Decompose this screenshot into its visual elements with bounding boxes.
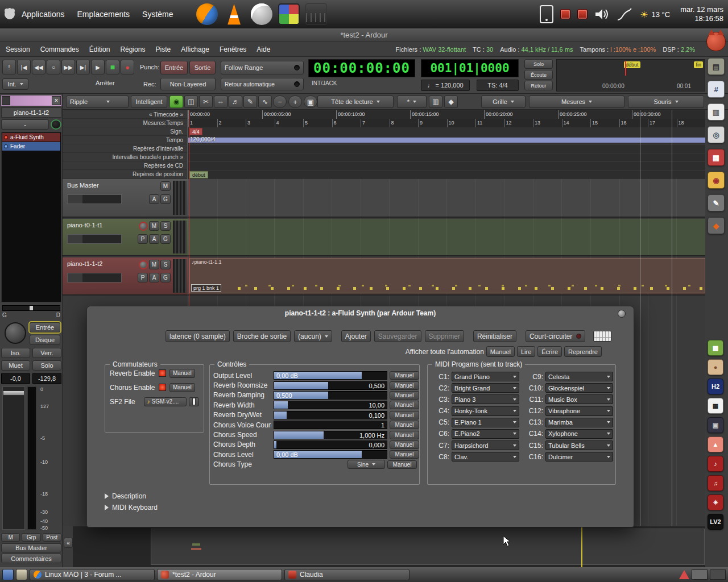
control-auto-button[interactable]: Manuel [390,401,419,409]
processor-led-icon[interactable] [4,144,8,148]
midi-panic-button[interactable]: ! [2,60,16,74]
automation-play-button[interactable]: Lire [517,346,535,357]
grid-lines-button[interactable]: ▥ [429,95,442,108]
group-button[interactable]: G [160,194,171,204]
reset-button[interactable]: Réinitialiser [473,330,516,342]
midi-program-selector[interactable]: E.Piano 1 [452,418,519,427]
zoom-in-button[interactable]: + [288,95,302,108]
mascot-app-icon[interactable]: ● [708,359,723,375]
monitor-input-button[interactable]: Entrée [30,322,60,332]
panel-menu-item[interactable]: Système [142,10,173,19]
solo-button[interactable]: Solo [32,360,61,371]
play-button[interactable]: ▶ [91,60,105,74]
primary-clock[interactable]: 00:00:00:00 [308,59,415,77]
grid-selector[interactable]: Grille [481,95,526,108]
ruler-label[interactable]: « Timecode » [63,110,187,119]
region-program-tag[interactable]: prg 1 bnk 1 [191,284,221,292]
punch-out-button[interactable]: Sortie [189,61,216,74]
mini-timeline[interactable]: début fin 00:00:00 00:01 [556,59,705,92]
feedback-button[interactable]: Retour [524,81,553,90]
control-auto-button[interactable]: Manuel [390,421,419,429]
control-dropdown[interactable]: Sine [348,460,385,469]
mute-button[interactable]: M [149,260,159,269]
description-expander[interactable]: Description [105,492,146,500]
track-name[interactable]: piano-t0-1-t1 [67,222,102,228]
mute-button[interactable]: M [160,181,171,191]
midi-keyboard-expander[interactable]: MIDI Keyboard [105,504,158,512]
bars-ruler[interactable]: 123456789101112131415161718 [188,119,705,127]
add-preset-button[interactable]: Ajouter [341,330,371,342]
strip-menu-icon[interactable] [2,96,10,105]
processor-box[interactable]: a-Fluid SynthFader [1,132,61,302]
menu-item[interactable]: Commandes [40,45,79,53]
menu-item[interactable]: Régions [120,45,145,53]
midi-program-selector[interactable]: E.Piano2 [452,429,519,439]
drum-machine-icon[interactable]: ▣ [708,417,723,433]
control-auto-button[interactable]: Manuel [390,431,419,439]
playlist-button[interactable]: P [138,273,148,282]
track-header-piano-t1[interactable]: piano-t1-1-t2 M S P A G [63,257,188,296]
midi-program-selector[interactable]: Honky-Tonk [452,406,519,416]
monitor-disk-button[interactable]: Disque [30,335,60,345]
zoom-fit-button[interactable]: ▣ [304,95,317,108]
plugin-dialog-title[interactable]: piano-t1-1-t2 : a-Fluid Synth (par Ardou… [87,306,634,320]
automation-button[interactable]: A [149,194,159,204]
solo-button[interactable]: S [160,260,171,269]
sync-source-selector[interactable]: Int. [2,78,28,90]
processor-led-icon[interactable] [4,135,8,139]
taskbar-window-button[interactable]: *test2 - Ardour [157,569,282,580]
solo-button[interactable]: S [160,221,171,231]
record-arm-button[interactable] [139,260,148,269]
show-desktop-icon[interactable] [2,569,14,580]
ruler-label[interactable]: Sign. [63,127,187,136]
range-tool-button[interactable]: ◫ [184,95,198,108]
sf2-file-button[interactable]: ♪SGM-v2.... [144,397,187,406]
pan-handle[interactable] [30,306,33,310]
cut-tool-button[interactable]: ✂ [199,95,213,108]
mute-button[interactable]: M [149,221,159,231]
workspace-cell[interactable] [710,569,726,580]
menu-item[interactable]: Édition [89,45,110,53]
preset-selector[interactable]: (aucun) [294,330,332,342]
midi-program-selector[interactable]: Music Box [545,394,613,404]
control-auto-button[interactable]: Manuel [390,411,419,419]
taskbar-window-button[interactable]: Linux MAO | 3 - Forum ... [30,569,155,580]
timecode-ruler[interactable]: 00:00:0000:00:05:0000:00:10:0000:00:15:0… [188,110,705,119]
edit-point-button[interactable]: ◆ [444,95,458,108]
menu-item[interactable]: Fenêtres [220,45,246,53]
track-gain-fader[interactable] [67,273,122,282]
tempo-ruler[interactable]: 120,000/4 [188,136,705,144]
control-auto-button[interactable]: Manuel [390,381,419,390]
processor-entry[interactable]: Fader [2,142,60,151]
goto-end-button[interactable]: ▶| [76,60,90,74]
summary-view-range[interactable] [151,529,705,565]
file-browse-icon[interactable] [189,397,199,406]
fader-handle[interactable] [3,390,24,396]
track-header-master[interactable]: Bus Master M A G [63,179,188,218]
peak-display[interactable]: -129,8 [32,373,61,384]
hydrogen-icon[interactable]: H2 [708,379,723,394]
fast-forward-button[interactable]: ▶▶ [61,60,75,74]
mute-button[interactable]: Muet [1,360,30,371]
playlist-button[interactable]: P [138,234,148,244]
trim-knob[interactable] [5,322,26,344]
midi-region[interactable]: ♪piano-t1-1.1 prg 1 bnk 1 [189,258,705,293]
control-auto-button[interactable]: Manuel [390,391,419,400]
loop-button[interactable]: ○ [47,60,60,74]
ruler-label[interactable]: Repères de CD [63,161,187,170]
group-button[interactable]: Grp [22,533,40,542]
record-arm-button[interactable] [139,222,148,231]
vlc-launcher-icon[interactable] [224,3,245,25]
stretch-tool-button[interactable]: ⇔ [214,95,228,108]
midi-program-selector[interactable]: Harpsichord [452,440,519,450]
draw-tool-button[interactable]: ✎ [243,95,257,108]
midi-notes[interactable] [224,285,705,286]
midi-program-selector[interactable]: Bright Grand [452,383,519,393]
track-gain-fader[interactable] [67,234,122,244]
latency-button[interactable]: latence (0 sample) [166,330,230,342]
comments-button[interactable]: Commentaires [1,554,61,563]
auto-return-selector[interactable]: Retour automatique [221,78,304,90]
jack-app-1-icon[interactable]: ♪ [708,456,723,472]
control-slider[interactable]: 0,000 [274,440,387,449]
close-icon[interactable]: ✕ [52,96,61,105]
